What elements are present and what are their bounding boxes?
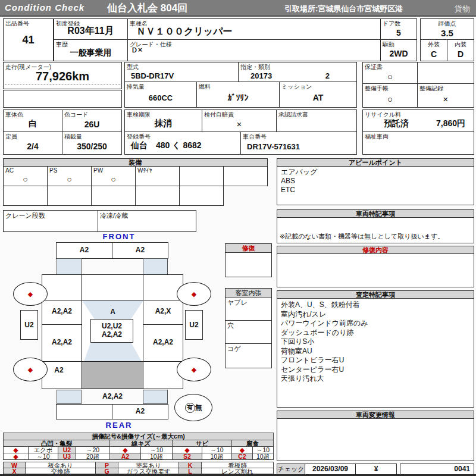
- field-label: 排気量: [127, 83, 145, 91]
- diagram-front-label: FRONT: [71, 232, 167, 241]
- cabin-cell-tear: ヤブレ: [225, 297, 272, 321]
- legend-code-s2: S2: [172, 453, 202, 460]
- field-value: 2/4: [4, 142, 62, 151]
- repair-mini-header: 修復: [225, 243, 272, 253]
- vehicle-notes-text: ※記載のない書類・機器等は無しとして取り扱います。: [280, 232, 444, 241]
- repair-content-box: [277, 253, 474, 287]
- wheel-damage-diamond: ◆: [28, 291, 33, 298]
- recycle-status: 預託済: [384, 118, 409, 129]
- field-lot-number: 出品番号 41: [3, 18, 54, 61]
- equipment-cell-empty: [179, 186, 224, 206]
- body-line: [143, 324, 183, 325]
- assessment-item: パワーウインドウ前席のみ: [281, 319, 470, 328]
- front-pillar-left-shade: [57, 258, 82, 275]
- roof-panel: U2,U2 A2,A2: [90, 319, 133, 343]
- equipment-label: PS: [49, 167, 57, 174]
- field-label: リサイクル料: [365, 111, 401, 119]
- assessment-item: センターピラー右U: [281, 365, 470, 375]
- title-bar: Condition Check 仙台入札会 804回 引取場所:宮城県仙台市宮城…: [0, 0, 476, 15]
- equipment-label: PW: [93, 167, 103, 174]
- field-color-code: 色コード 26U: [62, 109, 122, 132]
- mirror-left: U2: [20, 310, 38, 340]
- field-crane-steps: クレーン段数: [3, 210, 98, 232]
- field-value: ×: [418, 94, 474, 104]
- field-value-2: 2: [325, 71, 330, 80]
- legend-cell: ～10: [28, 453, 58, 460]
- cabin-label: 穴: [227, 321, 234, 330]
- rear-bumper-right: A2: [112, 404, 168, 419]
- field-value: R03年11月: [54, 25, 127, 37]
- body-line: [143, 361, 183, 362]
- field-label: 定員: [5, 133, 17, 141]
- field-model-name: 車種名 ＮＶ１００クリッパー: [127, 18, 381, 40]
- mirror-right: U2: [185, 310, 203, 340]
- front-bumper-left: A2: [56, 242, 112, 259]
- equipment-header: 装備: [3, 158, 268, 167]
- legend-code-x: X: [3, 468, 26, 474]
- field-model-code: 型式 5BD-DR17V: [124, 62, 239, 82]
- field-freezer: 冷凍/冷蔵: [98, 210, 196, 232]
- assessment-item: フロントピラー右U: [281, 356, 470, 365]
- field-label: 登録番号: [127, 133, 151, 141]
- field-label: 整備手帳: [365, 84, 389, 93]
- legend-cell: 10超: [140, 453, 173, 460]
- legend-desc: ガラス交換要す: [118, 468, 179, 474]
- field-inspection: 車検期限 抹消: [124, 109, 202, 132]
- field-value: 20173: [250, 71, 272, 80]
- equipment-label: AC: [5, 167, 14, 174]
- field-label: 福祉車両: [365, 133, 389, 141]
- damage-mark: A2,A2: [91, 330, 133, 339]
- equipment-cell-ps: PS ○: [47, 166, 92, 186]
- field-value: 5: [381, 28, 416, 37]
- assessment-box: 外装A、U、S、鉄粉付着 室内汚れ/スレ パワーウインドウ前席のみ ダッシュボー…: [277, 298, 474, 408]
- legend-code-u3: U3: [58, 453, 76, 460]
- change-info-header: 車両変更情報: [277, 411, 474, 419]
- field-label: ドア数: [383, 20, 400, 28]
- field-label: 燃料: [199, 83, 211, 91]
- field-designation: 指定・類別 20173 2: [238, 62, 357, 82]
- field-value: 3.5: [421, 28, 474, 38]
- body-line: [42, 361, 82, 362]
- field-value: 26U: [62, 120, 121, 129]
- field-label: 評価点: [421, 20, 474, 28]
- damage-mark: A2,X: [143, 307, 183, 315]
- field-body-color: 車体色 白: [3, 109, 62, 132]
- field-mission: ミッション AT: [279, 82, 357, 108]
- field-chassis-number: 車台番号 DR17V-571631: [240, 131, 357, 155]
- equipment-cell-pw: PW ○: [91, 166, 136, 186]
- field-label: 外装: [421, 40, 447, 49]
- field-exterior-grade: 外装 C: [420, 39, 447, 61]
- legend-code-a2: A2: [109, 453, 141, 460]
- field-registration-number: 登録番号 仙台 480 く 8682: [124, 131, 241, 155]
- legend-code-g: G: [95, 468, 118, 474]
- field-label: 出品番号: [5, 20, 29, 28]
- field-label: ミッション: [281, 83, 312, 91]
- field-label: 保証書: [365, 63, 383, 71]
- repair-content-title: 修復内容: [362, 246, 389, 253]
- field-label: クレーン段数: [5, 211, 45, 220]
- equipment-label: Wﾀｲﾔ: [137, 167, 152, 174]
- blank-box: [417, 62, 474, 84]
- assessment-item: 天張り汚れ大: [281, 374, 470, 384]
- equipment-value: ○: [48, 174, 91, 184]
- field-label: 車体色: [5, 111, 23, 119]
- field-label: 色コード: [64, 111, 88, 119]
- damage-mark: A2,A2: [42, 307, 82, 315]
- equipment-cell-empty: [223, 166, 268, 186]
- front-pillar-right-shade: [143, 258, 168, 275]
- equipment-cell-empty: [3, 186, 48, 206]
- field-label: 検付自賠責: [204, 111, 234, 119]
- spare-no-mark: 無: [195, 403, 202, 413]
- cabin-label: コゲ: [227, 345, 241, 353]
- appeal-item: ABS: [281, 177, 470, 186]
- field-displacement: 排気量 660CC: [124, 82, 197, 108]
- field-label: 駆動: [383, 40, 394, 49]
- field-capacity: 定員 2/4: [3, 131, 62, 155]
- wheel-damage-diamond: ◆: [28, 367, 33, 373]
- legend-cell: 20超: [76, 453, 110, 460]
- assessment-item: 室内汚れ/スレ: [281, 310, 470, 320]
- legend-desc: 交換跡: [25, 468, 96, 474]
- repair-content-header: 修復内容: [277, 246, 474, 254]
- rear-corner-right-shade: [143, 390, 168, 404]
- damage-mark: A2,A2: [143, 338, 183, 346]
